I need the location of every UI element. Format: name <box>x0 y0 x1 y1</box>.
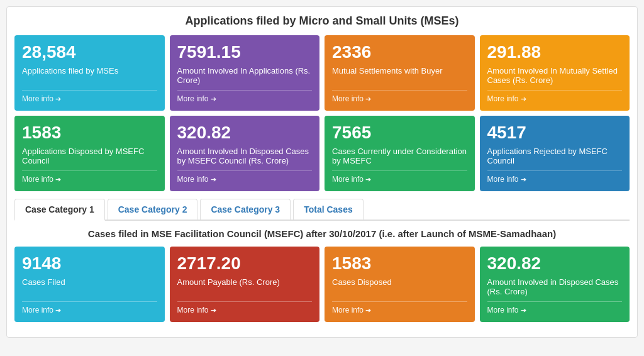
bottom-card-more-info-3[interactable]: More info ➔ <box>487 301 623 314</box>
card-amount-disposed: 320.82 Amount Involved In Disposed Cases… <box>170 116 320 191</box>
card-label-1: Amount Involved In Applications (Rs. Cro… <box>177 66 313 85</box>
bottom-arrow-icon-2: ➔ <box>365 306 371 314</box>
card-label-0: Applications filed by MSEs <box>22 66 157 75</box>
card-cases-filed: 9148 Cases Filed More info ➔ <box>14 247 165 322</box>
tab-cat3[interactable]: Case Category 3 <box>200 199 291 220</box>
tab-cat2[interactable]: Case Category 2 <box>108 199 198 220</box>
card-value-3: 291.88 <box>487 43 623 62</box>
card-more-info-4[interactable]: More info ➔ <box>22 170 157 184</box>
card-more-info-0[interactable]: More info ➔ <box>22 90 157 103</box>
arrow-icon-0: ➔ <box>55 95 61 103</box>
card-more-info-7[interactable]: More info ➔ <box>487 170 623 184</box>
card-more-info-6[interactable]: More info ➔ <box>332 170 467 184</box>
card-value-5: 320.82 <box>177 123 313 143</box>
arrow-icon-4: ➔ <box>55 175 61 183</box>
tab-cat1[interactable]: Case Category 1 <box>14 199 105 221</box>
arrow-icon-1: ➔ <box>211 95 216 103</box>
main-container: Applications filed by Micro and Small Un… <box>6 6 638 338</box>
bottom-card-value-3: 320.82 <box>487 254 623 274</box>
card-mse-apps: 28,584 Applications filed by MSEs More i… <box>14 35 165 111</box>
bottom-card-value-2: 1583 <box>332 254 467 274</box>
card-label-5: Amount Involved In Disposed Cases by MSE… <box>177 147 313 165</box>
bottom-card-label-3: Amount Involved in Disposed Cases (Rs. C… <box>487 277 623 296</box>
card-value-2: 2336 <box>332 43 467 62</box>
bottom-card-more-info-1[interactable]: More info ➔ <box>177 301 313 314</box>
card-label-4: Applications Disposed by MSEFC Council <box>22 147 157 165</box>
card-label-6: Cases Currently under Consideration by M… <box>332 147 467 165</box>
card-cases-disposed: 1583 Cases Disposed More info ➔ <box>325 247 475 322</box>
bottom-card-value-0: 9148 <box>22 254 157 274</box>
arrow-icon-2: ➔ <box>365 95 371 103</box>
bottom-card-value-1: 2717.20 <box>177 254 313 274</box>
bottom-arrow-icon-0: ➔ <box>55 306 61 314</box>
card-disposed: 1583 Applications Disposed by MSEFC Coun… <box>14 116 165 191</box>
card-value-0: 28,584 <box>22 43 157 62</box>
card-more-info-1[interactable]: More info ➔ <box>177 90 313 103</box>
card-amount-apps: 7591.15 Amount Involved In Applications … <box>170 35 320 111</box>
arrow-icon-7: ➔ <box>521 175 526 183</box>
arrow-icon-6: ➔ <box>365 175 371 183</box>
card-consideration: 7565 Cases Currently under Consideration… <box>325 116 475 191</box>
card-more-info-3[interactable]: More info ➔ <box>487 90 623 103</box>
bottom-arrow-icon-3: ➔ <box>521 306 526 314</box>
bottom-card-more-info-0[interactable]: More info ➔ <box>22 301 157 314</box>
tab-total[interactable]: Total Cases <box>293 199 364 220</box>
bottom-card-more-info-2[interactable]: More info ➔ <box>332 301 467 314</box>
arrow-icon-5: ➔ <box>211 175 216 183</box>
bottom-card-label-2: Cases Disposed <box>332 277 467 287</box>
arrow-icon-3: ➔ <box>521 95 526 103</box>
bottom-card-label-0: Cases Filed <box>22 277 157 287</box>
card-more-info-5[interactable]: More info ➔ <box>177 170 313 184</box>
card-mutual: 2336 Mutual Settlements with Buyer More … <box>325 35 475 111</box>
card-amount-disposed2: 320.82 Amount Involved in Disposed Cases… <box>480 247 630 322</box>
card-label-3: Amount Involved In Mutually Settled Case… <box>487 66 623 85</box>
bottom-section-title: Cases filed in MSE Facilitation Council … <box>14 228 630 239</box>
bottom-cards-grid: 9148 Cases Filed More info ➔ 2717.20 Amo… <box>14 247 630 322</box>
top-cards-grid: 28,584 Applications filed by MSEs More i… <box>14 35 630 191</box>
card-more-info-2[interactable]: More info ➔ <box>332 90 467 103</box>
card-value-7: 4517 <box>487 123 623 143</box>
card-amount-payable: 2717.20 Amount Payable (Rs. Crore) More … <box>170 247 320 322</box>
page-title: Applications filed by Micro and Small Un… <box>14 14 630 28</box>
card-rejected: 4517 Applications Rejected by MSEFC Coun… <box>480 116 630 191</box>
card-label-2: Mutual Settlements with Buyer <box>332 66 467 75</box>
bottom-arrow-icon-1: ➔ <box>211 306 216 314</box>
tabs-container: Case Category 1Case Category 2Case Categ… <box>14 199 630 221</box>
card-value-1: 7591.15 <box>177 43 313 62</box>
bottom-card-label-1: Amount Payable (Rs. Crore) <box>177 277 313 287</box>
card-amount-settled: 291.88 Amount Involved In Mutually Settl… <box>480 35 630 111</box>
card-value-6: 7565 <box>332 123 467 143</box>
card-label-7: Applications Rejected by MSEFC Council <box>487 147 623 165</box>
card-value-4: 1583 <box>22 123 157 143</box>
